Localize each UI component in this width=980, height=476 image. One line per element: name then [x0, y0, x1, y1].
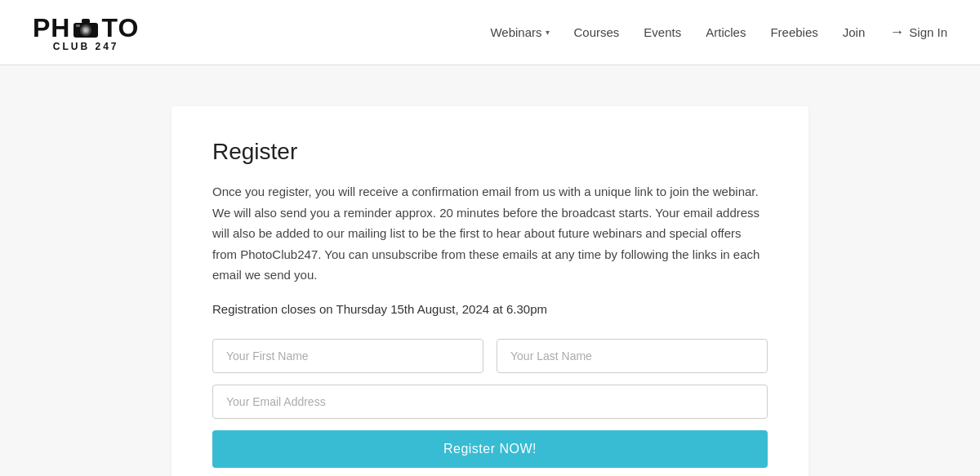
- nav-item-courses[interactable]: Courses: [574, 25, 620, 39]
- logo-sub: CLUB 247: [53, 41, 119, 52]
- logo-text: PH: [33, 13, 139, 42]
- nav-label-courses: Courses: [574, 25, 620, 39]
- camera-icon: [71, 13, 100, 42]
- register-now-button[interactable]: Register NOW!: [212, 430, 768, 468]
- name-row: [212, 339, 768, 373]
- chevron-down-icon: ▾: [546, 28, 550, 37]
- nav-label-events: Events: [644, 25, 681, 39]
- signin-label: Sign In: [909, 25, 947, 39]
- nav-item-events[interactable]: Events: [644, 25, 681, 39]
- header: PH: [0, 0, 980, 65]
- register-card: Register Once you register, you will rec…: [172, 106, 808, 476]
- nav-label-webinars: Webinars: [490, 25, 541, 39]
- logo-area: PH: [33, 13, 139, 52]
- main-nav: Webinars ▾ Courses Events Articles Freeb…: [490, 24, 947, 41]
- svg-rect-5: [76, 24, 80, 27]
- last-name-input[interactable]: [497, 339, 768, 373]
- email-input[interactable]: [212, 385, 768, 419]
- nav-item-freebies[interactable]: Freebies: [770, 25, 817, 39]
- signin-button[interactable]: → Sign In: [889, 24, 947, 41]
- logo-wrapper: PH: [33, 13, 139, 52]
- register-title: Register: [212, 139, 768, 165]
- nav-item-join[interactable]: Join: [843, 25, 866, 39]
- logo-photo-prefix: PH: [33, 15, 70, 41]
- signin-icon: →: [889, 24, 904, 41]
- first-name-input[interactable]: [212, 339, 483, 373]
- registration-closes-text: Registration closes on Thursday 15th Aug…: [212, 302, 768, 316]
- register-description: Once you register, you will receive a co…: [212, 181, 768, 286]
- svg-point-3: [84, 28, 88, 32]
- nav-label-join: Join: [843, 25, 866, 39]
- nav-item-articles[interactable]: Articles: [706, 25, 746, 39]
- nav-label-freebies: Freebies: [770, 25, 817, 39]
- email-row: [212, 385, 768, 419]
- svg-rect-4: [82, 19, 90, 24]
- main-content: Register Once you register, you will rec…: [0, 65, 980, 476]
- nav-item-webinars[interactable]: Webinars ▾: [490, 25, 549, 39]
- nav-label-articles: Articles: [706, 25, 746, 39]
- logo-photo-suffix: TO: [101, 15, 139, 41]
